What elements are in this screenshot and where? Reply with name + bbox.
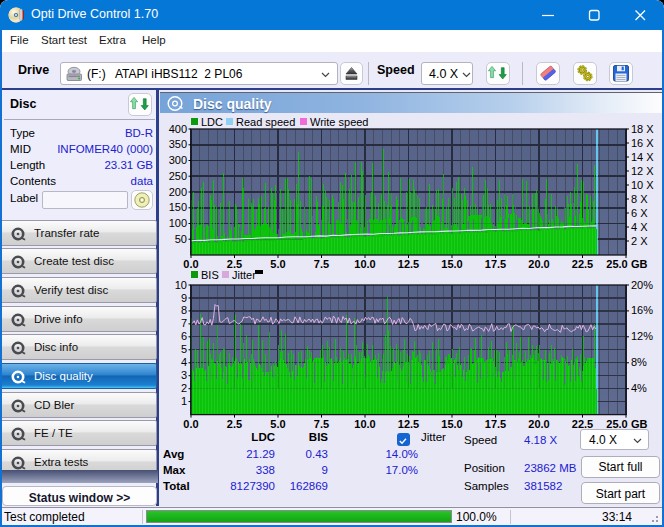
svg-text:16%: 16%: [631, 304, 653, 316]
svg-text:200: 200: [169, 186, 187, 198]
svg-text:17.5: 17.5: [485, 418, 506, 430]
svg-text:4: 4: [181, 356, 187, 368]
svg-text:0.0: 0.0: [183, 418, 198, 430]
svg-text:22.5: 22.5: [572, 258, 593, 270]
svg-text:2 X: 2 X: [631, 235, 648, 247]
svg-text:8 X: 8 X: [631, 193, 648, 205]
svg-text:300: 300: [169, 154, 187, 166]
svg-text:100: 100: [169, 217, 187, 229]
svg-text:10 X: 10 X: [631, 179, 654, 191]
svg-text:4 X: 4 X: [631, 221, 648, 233]
svg-text:6: 6: [181, 330, 187, 342]
svg-text:50: 50: [175, 233, 187, 245]
svg-text:18 X: 18 X: [631, 123, 654, 135]
svg-text:Write speed: Write speed: [310, 116, 369, 128]
svg-text:20%: 20%: [631, 279, 653, 291]
svg-text:BIS: BIS: [201, 269, 219, 281]
svg-text:LDC: LDC: [201, 116, 223, 128]
svg-text:12 X: 12 X: [631, 165, 654, 177]
svg-text:3: 3: [181, 369, 187, 381]
svg-text:14 X: 14 X: [631, 151, 654, 163]
svg-text:10.0: 10.0: [354, 418, 375, 430]
svg-text:6 X: 6 X: [631, 207, 648, 219]
svg-text:7.5: 7.5: [314, 418, 329, 430]
svg-text:400: 400: [169, 123, 187, 135]
svg-text:0.0: 0.0: [183, 258, 198, 270]
svg-text:16 X: 16 X: [631, 137, 654, 149]
svg-text:5.0: 5.0: [270, 418, 285, 430]
svg-text:4%: 4%: [631, 382, 647, 394]
svg-text:10.0: 10.0: [354, 258, 375, 270]
svg-text:350: 350: [169, 138, 187, 150]
svg-text:2: 2: [181, 382, 187, 394]
svg-text:2.5: 2.5: [227, 418, 242, 430]
svg-text:9: 9: [181, 292, 187, 304]
svg-text:17.5: 17.5: [485, 258, 506, 270]
svg-text:1: 1: [181, 395, 187, 407]
svg-text:10: 10: [175, 279, 187, 291]
svg-text:Jitter: Jitter: [232, 269, 256, 281]
svg-text:20.0: 20.0: [528, 418, 549, 430]
svg-text:12%: 12%: [631, 330, 653, 342]
svg-text:250: 250: [169, 170, 187, 182]
svg-text:8: 8: [181, 304, 187, 316]
svg-text:12.5: 12.5: [398, 418, 419, 430]
svg-text:Read speed: Read speed: [236, 116, 295, 128]
svg-text:25.0: 25.0: [606, 258, 627, 270]
svg-text:GB: GB: [631, 258, 648, 270]
svg-text:7: 7: [181, 317, 187, 329]
svg-text:7.5: 7.5: [314, 258, 329, 270]
svg-text:150: 150: [169, 201, 187, 213]
svg-text:15.0: 15.0: [441, 258, 462, 270]
svg-text:15.0: 15.0: [441, 418, 462, 430]
svg-text:8%: 8%: [631, 356, 647, 368]
svg-text:20.0: 20.0: [528, 258, 549, 270]
svg-text:12.5: 12.5: [398, 258, 419, 270]
svg-text:5.0: 5.0: [270, 258, 285, 270]
svg-text:5: 5: [181, 343, 187, 355]
